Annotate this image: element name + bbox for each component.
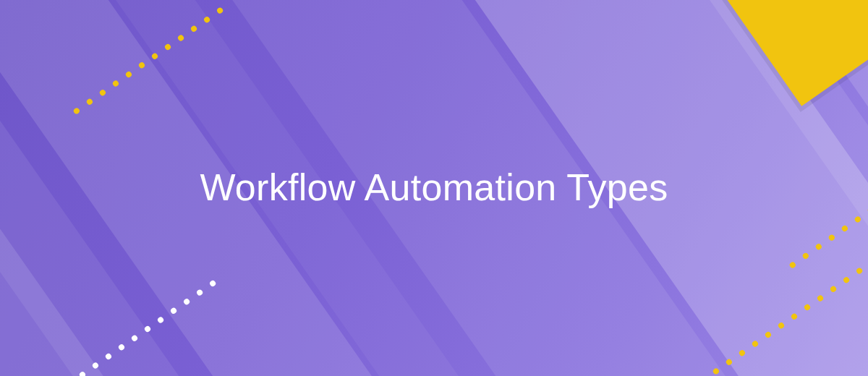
dot-accent-icon — [39, 279, 216, 376]
dot-accent-icon — [72, 7, 224, 115]
hero-title: Workflow Automation Types — [200, 166, 668, 210]
hero-banner: Workflow Automation Types — [0, 0, 868, 376]
diagonal-stripe — [672, 0, 868, 376]
corner-wedge — [660, 0, 868, 106]
dot-accent-icon — [788, 69, 868, 269]
dot-accent-icon — [686, 249, 868, 376]
